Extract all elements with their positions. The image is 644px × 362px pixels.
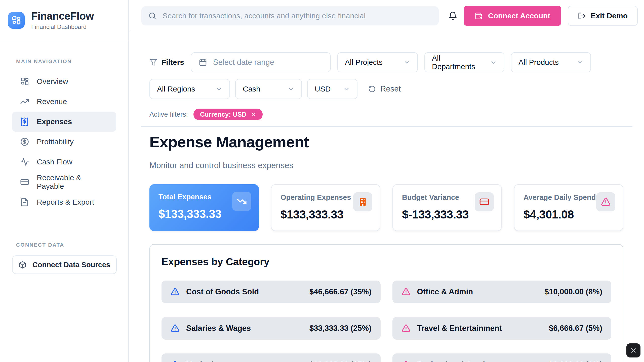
sidebar-item-profitability[interactable]: Profitability (12, 132, 116, 152)
category-amount: $3,333.33 (3%) (549, 360, 602, 362)
chevron-down-icon (216, 86, 222, 93)
circle-dollar-icon (20, 137, 29, 146)
category-row-cost-of-goods-sold: Cost of Goods Sold $46,666.67 (35%) (162, 281, 381, 303)
sidebar-item-label: Overview (37, 77, 68, 86)
stat-card-average-daily-spend: Average Daily Spend $4,301.08 (514, 184, 623, 231)
connect-account-button[interactable]: Connect Account (464, 6, 561, 26)
layout-dashboard-icon (20, 77, 29, 86)
stat-card-total-expenses: Total Expenses $133,333.33 (149, 184, 259, 231)
sidebar-item-label: Profitability (37, 138, 74, 146)
sidebar-item-cash-flow[interactable]: Cash Flow (12, 152, 116, 172)
category-amount: $46,666.67 (35%) (309, 287, 371, 296)
filters-row-1: Filters All Projects All Departments (149, 52, 623, 72)
credit-card-icon (479, 197, 489, 207)
alert-triangle-icon (401, 324, 411, 333)
alert-triangle-icon (171, 324, 180, 333)
exit-demo-button[interactable]: Exit Demo (568, 6, 638, 26)
sidebar-item-expenses[interactable]: Expenses (12, 112, 116, 132)
search-bar[interactable] (141, 6, 439, 25)
file-text-icon (20, 198, 29, 207)
alert-triangle-icon (171, 287, 180, 296)
currency-select[interactable]: USD (307, 79, 357, 99)
date-range-input[interactable] (213, 58, 323, 67)
alert-triangle-icon (601, 197, 611, 207)
connect-data-sources-button[interactable]: Connect Data Sources (12, 255, 117, 274)
active-filters-row: Active filters: Currency: USD (149, 109, 623, 120)
app-title: FinanceFlow (31, 10, 94, 22)
brand: FinanceFlow Financial Dashboard (0, 0, 128, 41)
date-range-picker[interactable] (191, 52, 331, 72)
trending-down-icon (237, 196, 247, 206)
category-amount: $20,000.00 (15%) (309, 360, 371, 362)
category-row-office-admin: Office & Admin $10,000.00 (8%) (392, 281, 612, 303)
sidebar-item-reports-export[interactable]: Reports & Export (12, 192, 116, 212)
category-row-salaries-wages: Salaries & Wages $33,333.33 (25%) (162, 317, 381, 340)
page-subtitle: Monitor and control business expenses (149, 161, 623, 170)
main-area: Connect Account Exit Demo Filters (129, 0, 644, 362)
category-row-marketing: Marketing $20,000.00 (15%) (162, 353, 381, 362)
receipt-icon (20, 117, 29, 126)
package-icon (19, 261, 26, 269)
main-navigation: Overview Revenue Expenses Profitability … (0, 71, 128, 212)
filters-row-2: All Regions Cash USD Reset (149, 79, 623, 99)
stat-cards: Total Expenses $133,333.33 Operating Exp… (149, 184, 623, 231)
sidebar-item-label: Cash Flow (37, 158, 72, 166)
wallet-icon (475, 12, 482, 20)
funnel-icon (149, 58, 157, 66)
rotate-ccw-icon (368, 85, 376, 93)
chevron-down-icon (577, 59, 583, 66)
page-title: Expense Management (149, 134, 623, 150)
panel-title: Expenses by Category (162, 256, 611, 267)
category-amount: $33,333.33 (25%) (309, 324, 371, 333)
alert-triangle-icon (171, 360, 180, 362)
topbar: Connect Account Exit Demo (129, 0, 644, 32)
connect-data-header: CONNECT DATA (16, 242, 128, 248)
app-tagline: Financial Dashboard (31, 23, 94, 30)
close-icon (630, 347, 637, 354)
regions-select[interactable]: All Regions (149, 79, 230, 99)
app-window: FinanceFlow Financial Dashboard MAIN NAV… (0, 0, 644, 362)
category-row-travel-entertainment: Travel & Entertainment $6,666.67 (5%) (392, 317, 612, 340)
section-divider (141, 126, 632, 127)
payment-method-select[interactable]: Cash (235, 79, 302, 99)
content: Filters All Projects All Departments (129, 52, 644, 362)
alert-triangle-icon (401, 287, 411, 296)
search-icon (148, 12, 156, 20)
chevron-down-icon (288, 86, 294, 93)
chevron-down-icon (490, 59, 497, 66)
projects-select[interactable]: All Projects (337, 52, 418, 72)
sidebar-item-overview[interactable]: Overview (12, 71, 116, 92)
stat-card-operating-expenses: Operating Expenses $133,333.33 (271, 184, 380, 231)
sidebar-item-label: Reports & Export (37, 198, 94, 206)
sidebar-item-revenue[interactable]: Revenue (12, 92, 116, 112)
nav-section-header: MAIN NAVIGATION (16, 58, 128, 64)
category-amount: $10,000.00 (8%) (545, 287, 602, 296)
filters-label: Filters (149, 58, 184, 67)
search-input[interactable] (162, 11, 432, 20)
sidebar-item-receivable-payable[interactable]: Receivable & Payable (12, 172, 116, 192)
category-amount: $6,666.67 (5%) (549, 324, 602, 333)
credit-card-icon (20, 177, 29, 187)
sidebar-item-label: Receivable & Payable (37, 173, 108, 191)
close-overlay-button[interactable] (626, 343, 640, 357)
departments-select[interactable]: All Departments (424, 52, 504, 72)
sidebar-item-label: Revenue (37, 97, 67, 106)
close-icon[interactable] (251, 112, 256, 117)
active-filters-label: Active filters: (149, 111, 188, 118)
sidebar: FinanceFlow Financial Dashboard MAIN NAV… (0, 0, 129, 362)
chevron-down-icon (404, 59, 410, 66)
bell-icon[interactable] (448, 11, 457, 20)
reset-filters-button[interactable]: Reset (368, 84, 401, 94)
chevron-down-icon (343, 86, 350, 93)
building-icon (358, 197, 368, 207)
products-select[interactable]: All Products (511, 52, 591, 72)
logout-icon (578, 12, 586, 20)
app-logo-icon (8, 12, 25, 29)
trending-up-icon (20, 97, 29, 106)
sidebar-item-label: Expenses (37, 117, 72, 126)
currency-filter-chip[interactable]: Currency: USD (193, 109, 263, 120)
category-list: Cost of Goods Sold $46,666.67 (35%) Offi… (162, 281, 611, 362)
alert-triangle-icon (401, 360, 411, 362)
calendar-icon (199, 58, 207, 67)
activity-icon (20, 157, 29, 166)
